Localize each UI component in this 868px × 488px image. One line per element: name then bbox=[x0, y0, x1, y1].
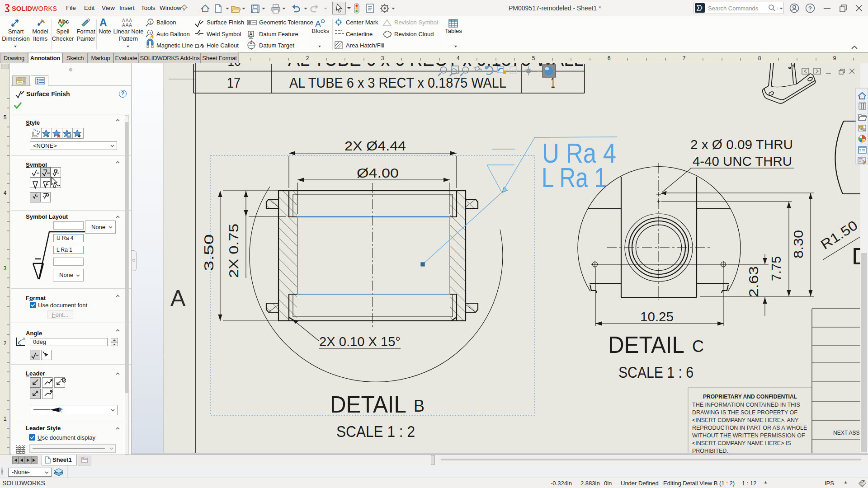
svg-text:Ø4.00: Ø4.00 bbox=[357, 165, 399, 180]
svg-text:1: 1 bbox=[149, 31, 151, 35]
svg-text:2X 0.10 X 15°: 2X 0.10 X 15° bbox=[319, 334, 401, 349]
svg-text:2.63: 2.63 bbox=[746, 266, 761, 297]
svg-text:6: 6 bbox=[608, 55, 611, 61]
svg-text:4: 4 bbox=[457, 55, 460, 61]
svg-text:NEXT ASSY: NEXT ASSY bbox=[833, 430, 863, 436]
svg-text:AAA: AAA bbox=[122, 23, 132, 28]
svg-text:2: 2 bbox=[306, 55, 309, 61]
svg-text:SCALE 1 : 6: SCALE 1 : 6 bbox=[618, 363, 693, 381]
svg-text:8: 8 bbox=[758, 55, 761, 61]
svg-text:AL TUBE 6 x 3 RECT x 0.1875 WA: AL TUBE 6 x 3 RECT x 0.1875 WALL bbox=[289, 75, 506, 91]
svg-text:PROHIBITED.: PROHIBITED. bbox=[692, 448, 728, 454]
svg-text:A: A bbox=[250, 32, 253, 37]
svg-text:SOLIDWORKS: SOLIDWORKS bbox=[12, 5, 57, 12]
svg-text:8.30: 8.30 bbox=[791, 230, 806, 258]
svg-text:4: 4 bbox=[4, 190, 7, 196]
svg-text:<INSERT COMPANY NAME HERE> IS: <INSERT COMPANY NAME HERE> IS bbox=[692, 440, 791, 446]
svg-text:A: A bbox=[99, 18, 107, 28]
svg-text:C: C bbox=[692, 337, 704, 356]
svg-text:2X Ø4.44: 2X Ø4.44 bbox=[344, 138, 406, 153]
svg-text:2X 0.75: 2X 0.75 bbox=[226, 224, 241, 278]
svg-text:A: A bbox=[170, 286, 186, 311]
svg-text:?: ? bbox=[808, 5, 812, 12]
svg-text:3: 3 bbox=[4, 265, 7, 272]
svg-text:3: 3 bbox=[381, 55, 384, 61]
svg-text:PROPRIETARY AND CONFIDENTIAL: PROPRIETARY AND CONFIDENTIAL bbox=[703, 393, 797, 400]
svg-text:4-40 UNC THRU: 4-40 UNC THRU bbox=[693, 154, 792, 169]
svg-text:5: 5 bbox=[4, 114, 7, 121]
svg-text:DETAIL: DETAIL bbox=[330, 392, 406, 418]
svg-text:SCALE 1 : 2: SCALE 1 : 2 bbox=[336, 422, 415, 440]
svg-text:REPRODUCTION IN PART OR AS A W: REPRODUCTION IN PART OR AS A WHOLE bbox=[692, 425, 807, 431]
svg-text:16: 16 bbox=[228, 63, 241, 69]
svg-text:A1: A1 bbox=[250, 41, 255, 45]
svg-text:L Ra 1: L Ra 1 bbox=[542, 162, 607, 193]
svg-text:3.50: 3.50 bbox=[201, 234, 216, 271]
svg-text:THE INFORMATION CONTAINED IN T: THE INFORMATION CONTAINED IN THIS bbox=[692, 402, 800, 408]
svg-text:1: 1 bbox=[150, 20, 152, 24]
svg-text:B: B bbox=[414, 397, 425, 415]
svg-text:10.25: 10.25 bbox=[640, 309, 674, 324]
svg-text:17: 17 bbox=[227, 75, 241, 91]
svg-text:5: 5 bbox=[532, 55, 535, 61]
svg-text:A: A bbox=[315, 19, 321, 28]
svg-text:2: 2 bbox=[4, 340, 7, 347]
svg-text:<INSERT COMPANY NAME HERE>. A: <INSERT COMPANY NAME HERE>. ANY bbox=[692, 417, 799, 423]
svg-text:2 x Ø 0.09 THRU: 2 x Ø 0.09 THRU bbox=[690, 137, 793, 152]
svg-text:DETAIL: DETAIL bbox=[608, 332, 684, 358]
svg-text:9: 9 bbox=[833, 55, 836, 61]
svg-text:WITHOUT THE WRITTEN PERMISSION: WITHOUT THE WRITTEN PERMISSION OF bbox=[692, 432, 805, 439]
svg-text:A: A bbox=[23, 337, 25, 341]
svg-text:1: 1 bbox=[4, 416, 7, 422]
svg-text:7.75: 7.75 bbox=[769, 256, 783, 281]
svg-text:AL TUBE 6 x 6 RECT x 0.1875 WA: AL TUBE 6 x 6 RECT x 0.1875 WALL bbox=[288, 63, 584, 70]
svg-text:7: 7 bbox=[683, 55, 686, 61]
svg-text:DRAWING IS THE SOLE PROPERTY O: DRAWING IS THE SOLE PROPERTY OF bbox=[692, 409, 797, 416]
